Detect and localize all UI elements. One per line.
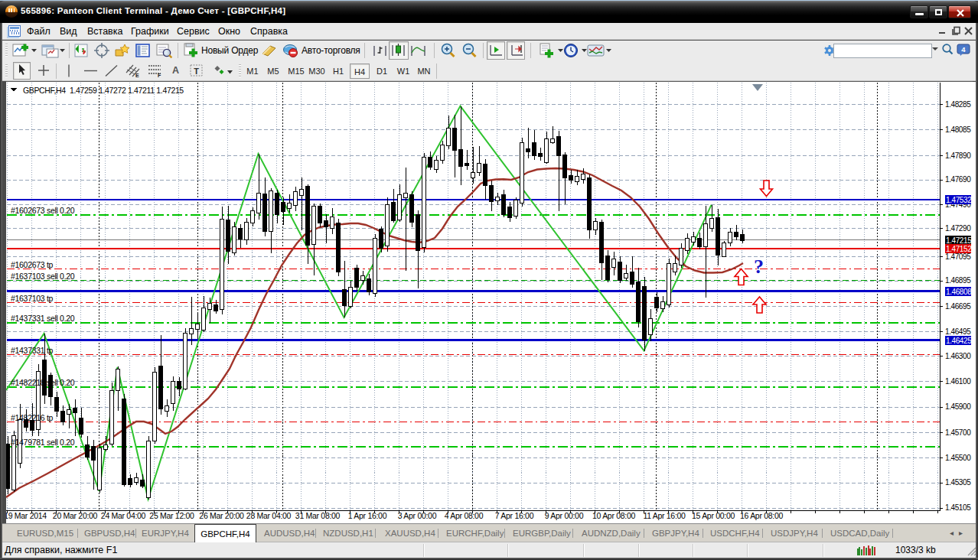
svg-text:#1602673 sell 0.20: #1602673 sell 0.20 bbox=[11, 206, 75, 215]
svg-text:#1637103 sell 0.20: #1637103 sell 0.20 bbox=[11, 272, 75, 281]
svg-text:1 Apr 16:00: 1 Apr 16:00 bbox=[348, 511, 387, 520]
svg-text:?: ? bbox=[754, 256, 764, 278]
svg-text:1.45305: 1.45305 bbox=[945, 478, 971, 487]
svg-text:1.47690: 1.47690 bbox=[945, 175, 971, 184]
svg-text:20 Mar 20:00: 20 Mar 20:00 bbox=[53, 511, 98, 520]
svg-text:19 Mar 2014: 19 Mar 2014 bbox=[6, 511, 47, 520]
svg-text:1.46695: 1.46695 bbox=[945, 302, 971, 311]
svg-text:24 Mar 04:00: 24 Mar 04:00 bbox=[101, 511, 146, 520]
svg-text:1.45900: 1.45900 bbox=[945, 402, 971, 411]
svg-text:7 Apr 16:00: 7 Apr 16:00 bbox=[495, 511, 534, 520]
svg-text:9 Apr 00:00: 9 Apr 00:00 bbox=[545, 511, 584, 520]
svg-text:#1602673 tp: #1602673 tp bbox=[11, 260, 54, 269]
svg-text:1.46100: 1.46100 bbox=[945, 377, 971, 386]
svg-text:11 Apr 16:00: 11 Apr 16:00 bbox=[643, 511, 686, 520]
svg-text:1.46425: 1.46425 bbox=[946, 337, 972, 345]
svg-text:25 Mar 12:00: 25 Mar 12:00 bbox=[149, 511, 194, 520]
svg-text:31 Mar 08:00: 31 Mar 08:00 bbox=[295, 511, 341, 520]
svg-text:15 Apr 00:00: 15 Apr 00:00 bbox=[692, 511, 735, 520]
svg-text:T: T bbox=[194, 67, 199, 76]
svg-text:4 Apr 08:00: 4 Apr 08:00 bbox=[445, 511, 484, 520]
svg-text:1.45500: 1.45500 bbox=[945, 454, 971, 462]
svg-text:1.46808: 1.46808 bbox=[946, 288, 972, 296]
svg-text:GBPCHF,H4 1.47259 1.47272 1.4: GBPCHF,H4 1.47259 1.47272 1.47211 1.4721… bbox=[23, 86, 184, 95]
svg-text:28 Mar 04:00: 28 Mar 04:00 bbox=[246, 511, 292, 520]
svg-text:1.47532: 1.47532 bbox=[946, 196, 972, 204]
svg-text:1.48285: 1.48285 bbox=[945, 100, 971, 109]
svg-text:1.45700: 1.45700 bbox=[945, 428, 971, 437]
svg-text:#1482218 sell 0.20: #1482218 sell 0.20 bbox=[11, 378, 75, 387]
svg-text:F: F bbox=[158, 73, 161, 78]
svg-text:#1637103 tp: #1637103 tp bbox=[11, 294, 54, 303]
svg-text:1.45105: 1.45105 bbox=[945, 503, 971, 512]
svg-text:1.47290: 1.47290 bbox=[945, 224, 971, 233]
svg-text:1.47095: 1.47095 bbox=[945, 252, 971, 261]
svg-text:10 Apr 08:00: 10 Apr 08:00 bbox=[592, 511, 635, 520]
svg-text:1.46895: 1.46895 bbox=[945, 276, 971, 285]
svg-text:3 Apr 00:00: 3 Apr 00:00 bbox=[398, 511, 437, 520]
svg-text:1.46495: 1.46495 bbox=[945, 327, 971, 336]
svg-text:#1482216 tp: #1482216 tp bbox=[11, 413, 54, 422]
svg-text:1.46300: 1.46300 bbox=[945, 352, 971, 360]
svg-text:#1437331 tp: #1437331 tp bbox=[11, 346, 54, 355]
svg-text:4: 4 bbox=[961, 45, 966, 54]
svg-text:#1437331 sell 0.20: #1437331 sell 0.20 bbox=[11, 314, 75, 323]
svg-text:26 Mar 20:00: 26 Mar 20:00 bbox=[199, 511, 244, 520]
svg-text:1.47215: 1.47215 bbox=[946, 236, 972, 245]
svg-text:1.47152: 1.47152 bbox=[946, 245, 972, 253]
svg-text:1.47890: 1.47890 bbox=[945, 151, 971, 160]
svg-text:E: E bbox=[135, 73, 139, 78]
svg-text:#1479781 sell 0.20: #1479781 sell 0.20 bbox=[11, 438, 75, 447]
svg-text:1.48085: 1.48085 bbox=[945, 125, 971, 134]
svg-text:16 Apr 08:00: 16 Apr 08:00 bbox=[740, 511, 783, 520]
